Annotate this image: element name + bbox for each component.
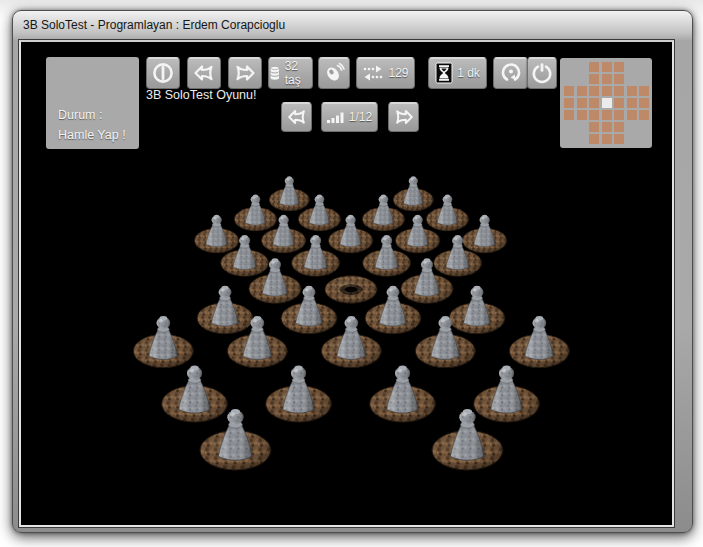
minimap-peg-square (589, 74, 599, 84)
moves-count-label: 129 (388, 66, 408, 80)
minimap-peg-square (589, 62, 599, 72)
minimap-peg-square (589, 98, 599, 108)
level-bars-icon (327, 109, 345, 125)
minimap-peg-square (639, 110, 649, 120)
arrow-right-icon (393, 106, 415, 128)
stones-count-label: 32 taş (285, 59, 312, 87)
moves-icon (362, 63, 384, 83)
peg[interactable] (428, 403, 507, 472)
minimap-peg-square (614, 62, 624, 72)
peg[interactable] (196, 403, 275, 472)
moves-counter: 129 (356, 57, 415, 89)
level-prev-button[interactable] (281, 102, 312, 132)
minimap-peg-square (589, 110, 599, 120)
minimap-empty-square (602, 98, 612, 108)
restart-icon (499, 61, 523, 85)
minimap-peg-square (577, 110, 587, 120)
status-panel: Durum : Hamle Yap ! (46, 57, 139, 149)
status-line1: Durum : (58, 105, 126, 125)
power-button[interactable] (527, 57, 557, 89)
client-area: Durum : Hamle Yap ! (19, 40, 674, 527)
minimap-peg-square (589, 134, 599, 144)
time-label: 1 dk (457, 66, 480, 80)
next-move-button[interactable] (228, 57, 262, 89)
minimap-peg-square (614, 86, 624, 96)
window-title: 3B SoloTest - Programlayan : Erdem Corap… (13, 11, 692, 40)
game-caption: 3B SoloTest Oyunu! (146, 88, 256, 102)
minimap-peg-square (577, 86, 587, 96)
level-next-button[interactable] (388, 102, 419, 132)
status-text: Durum : Hamle Yap ! (58, 105, 126, 145)
minimap-peg-square (614, 134, 624, 144)
arrow-right-icon (233, 61, 257, 85)
new-game-button[interactable] (146, 57, 180, 89)
minimap-peg-square (564, 98, 574, 108)
minimap-peg-square (602, 86, 612, 96)
arrow-left-icon (286, 106, 308, 128)
restart-button[interactable] (493, 57, 528, 89)
app-window: 3B SoloTest - Programlayan : Erdem Corap… (12, 10, 693, 533)
minimap-peg-square (577, 98, 587, 108)
stones-icon (269, 63, 281, 83)
minimap-peg-square (639, 86, 649, 96)
status-line2: Hamle Yap ! (58, 125, 126, 145)
level-label: 1/12 (349, 110, 372, 124)
minimap-peg-square (602, 122, 612, 132)
arrow-left-icon (192, 61, 216, 85)
minimap-peg-square (627, 86, 637, 96)
minimap-peg-square (602, 134, 612, 144)
minimap-peg-square (564, 86, 574, 96)
time-counter: 1 dk (428, 57, 487, 89)
minimap-peg-square (614, 110, 624, 120)
minimap-peg-square (614, 74, 624, 84)
minimap-panel (560, 58, 652, 148)
stones-counter: 32 taş (268, 57, 313, 89)
minimap-peg-square (614, 122, 624, 132)
minimap-peg-square (602, 74, 612, 84)
power-icon (530, 61, 554, 85)
minimap-peg-square (589, 122, 599, 132)
prev-move-button[interactable] (187, 57, 221, 89)
minimap-peg-square (602, 110, 612, 120)
minimap-peg-square (639, 98, 649, 108)
minimap-peg-square (602, 62, 612, 72)
minimap-peg-square (589, 86, 599, 96)
sound-icon (322, 61, 346, 85)
new-game-icon (151, 61, 175, 85)
minimap-peg-square (564, 110, 574, 120)
sound-button[interactable] (318, 57, 350, 89)
minimap-peg-square (627, 110, 637, 120)
minimap-peg-square (614, 98, 624, 108)
level-indicator: 1/12 (321, 102, 378, 132)
minimap-peg-square (627, 98, 637, 108)
hourglass-icon (435, 62, 453, 84)
